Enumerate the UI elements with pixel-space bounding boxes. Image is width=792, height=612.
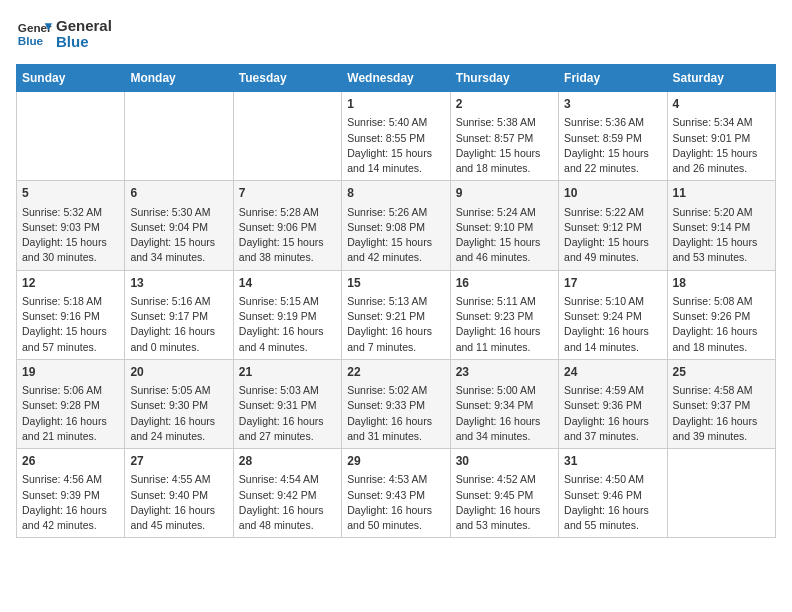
day-number: 20 (130, 364, 227, 381)
day-info: Sunrise: 4:53 AMSunset: 9:43 PMDaylight:… (347, 472, 444, 533)
calendar-cell: 22Sunrise: 5:02 AMSunset: 9:33 PMDayligh… (342, 359, 450, 448)
day-number: 24 (564, 364, 661, 381)
calendar-cell: 12Sunrise: 5:18 AMSunset: 9:16 PMDayligh… (17, 270, 125, 359)
calendar-cell: 7Sunrise: 5:28 AMSunset: 9:06 PMDaylight… (233, 181, 341, 270)
calendar-cell (17, 92, 125, 181)
day-number: 1 (347, 96, 444, 113)
day-number: 8 (347, 185, 444, 202)
day-info: Sunrise: 5:34 AMSunset: 9:01 PMDaylight:… (673, 115, 770, 176)
day-number: 4 (673, 96, 770, 113)
day-number: 7 (239, 185, 336, 202)
calendar-cell: 6Sunrise: 5:30 AMSunset: 9:04 PMDaylight… (125, 181, 233, 270)
calendar-cell: 28Sunrise: 4:54 AMSunset: 9:42 PMDayligh… (233, 449, 341, 538)
day-info: Sunrise: 5:06 AMSunset: 9:28 PMDaylight:… (22, 383, 119, 444)
logo-icon: General Blue (16, 16, 52, 52)
day-number: 29 (347, 453, 444, 470)
calendar-week-row: 1Sunrise: 5:40 AMSunset: 8:55 PMDaylight… (17, 92, 776, 181)
calendar-cell: 5Sunrise: 5:32 AMSunset: 9:03 PMDaylight… (17, 181, 125, 270)
calendar-cell: 31Sunrise: 4:50 AMSunset: 9:46 PMDayligh… (559, 449, 667, 538)
calendar-week-row: 12Sunrise: 5:18 AMSunset: 9:16 PMDayligh… (17, 270, 776, 359)
calendar-cell (667, 449, 775, 538)
day-info: Sunrise: 5:22 AMSunset: 9:12 PMDaylight:… (564, 205, 661, 266)
calendar-table: SundayMondayTuesdayWednesdayThursdayFrid… (16, 64, 776, 538)
logo-general: General (56, 18, 112, 35)
day-number: 21 (239, 364, 336, 381)
day-info: Sunrise: 4:52 AMSunset: 9:45 PMDaylight:… (456, 472, 553, 533)
calendar-cell: 10Sunrise: 5:22 AMSunset: 9:12 PMDayligh… (559, 181, 667, 270)
day-number: 12 (22, 275, 119, 292)
day-number: 14 (239, 275, 336, 292)
day-number: 5 (22, 185, 119, 202)
day-info: Sunrise: 4:56 AMSunset: 9:39 PMDaylight:… (22, 472, 119, 533)
calendar-cell: 29Sunrise: 4:53 AMSunset: 9:43 PMDayligh… (342, 449, 450, 538)
day-info: Sunrise: 4:55 AMSunset: 9:40 PMDaylight:… (130, 472, 227, 533)
day-number: 3 (564, 96, 661, 113)
day-info: Sunrise: 5:26 AMSunset: 9:08 PMDaylight:… (347, 205, 444, 266)
day-number: 11 (673, 185, 770, 202)
day-number: 6 (130, 185, 227, 202)
weekday-header-monday: Monday (125, 65, 233, 92)
calendar-cell: 24Sunrise: 4:59 AMSunset: 9:36 PMDayligh… (559, 359, 667, 448)
svg-text:General: General (18, 21, 52, 34)
day-number: 19 (22, 364, 119, 381)
day-number: 25 (673, 364, 770, 381)
day-info: Sunrise: 5:02 AMSunset: 9:33 PMDaylight:… (347, 383, 444, 444)
day-info: Sunrise: 4:59 AMSunset: 9:36 PMDaylight:… (564, 383, 661, 444)
weekday-header-friday: Friday (559, 65, 667, 92)
calendar-cell: 20Sunrise: 5:05 AMSunset: 9:30 PMDayligh… (125, 359, 233, 448)
day-info: Sunrise: 5:32 AMSunset: 9:03 PMDaylight:… (22, 205, 119, 266)
day-info: Sunrise: 5:24 AMSunset: 9:10 PMDaylight:… (456, 205, 553, 266)
day-info: Sunrise: 5:11 AMSunset: 9:23 PMDaylight:… (456, 294, 553, 355)
weekday-header-saturday: Saturday (667, 65, 775, 92)
day-number: 28 (239, 453, 336, 470)
day-info: Sunrise: 5:03 AMSunset: 9:31 PMDaylight:… (239, 383, 336, 444)
weekday-header-sunday: Sunday (17, 65, 125, 92)
calendar-week-row: 5Sunrise: 5:32 AMSunset: 9:03 PMDaylight… (17, 181, 776, 270)
calendar-cell: 25Sunrise: 4:58 AMSunset: 9:37 PMDayligh… (667, 359, 775, 448)
day-info: Sunrise: 5:38 AMSunset: 8:57 PMDaylight:… (456, 115, 553, 176)
svg-text:Blue: Blue (18, 34, 44, 47)
day-info: Sunrise: 4:54 AMSunset: 9:42 PMDaylight:… (239, 472, 336, 533)
calendar-week-row: 26Sunrise: 4:56 AMSunset: 9:39 PMDayligh… (17, 449, 776, 538)
day-info: Sunrise: 5:00 AMSunset: 9:34 PMDaylight:… (456, 383, 553, 444)
calendar-cell: 26Sunrise: 4:56 AMSunset: 9:39 PMDayligh… (17, 449, 125, 538)
day-info: Sunrise: 5:08 AMSunset: 9:26 PMDaylight:… (673, 294, 770, 355)
day-number: 13 (130, 275, 227, 292)
calendar-cell: 21Sunrise: 5:03 AMSunset: 9:31 PMDayligh… (233, 359, 341, 448)
calendar-cell: 17Sunrise: 5:10 AMSunset: 9:24 PMDayligh… (559, 270, 667, 359)
day-info: Sunrise: 5:36 AMSunset: 8:59 PMDaylight:… (564, 115, 661, 176)
calendar-cell: 16Sunrise: 5:11 AMSunset: 9:23 PMDayligh… (450, 270, 558, 359)
day-info: Sunrise: 4:50 AMSunset: 9:46 PMDaylight:… (564, 472, 661, 533)
calendar-cell: 3Sunrise: 5:36 AMSunset: 8:59 PMDaylight… (559, 92, 667, 181)
calendar-cell: 18Sunrise: 5:08 AMSunset: 9:26 PMDayligh… (667, 270, 775, 359)
day-number: 2 (456, 96, 553, 113)
calendar-cell (233, 92, 341, 181)
day-info: Sunrise: 5:16 AMSunset: 9:17 PMDaylight:… (130, 294, 227, 355)
day-number: 23 (456, 364, 553, 381)
weekday-header-tuesday: Tuesday (233, 65, 341, 92)
logo-blue: Blue (56, 34, 112, 51)
day-number: 9 (456, 185, 553, 202)
logo: General Blue General Blue (16, 16, 112, 52)
day-info: Sunrise: 5:15 AMSunset: 9:19 PMDaylight:… (239, 294, 336, 355)
page-header: General Blue General Blue (16, 16, 776, 52)
weekday-header-wednesday: Wednesday (342, 65, 450, 92)
calendar-cell: 14Sunrise: 5:15 AMSunset: 9:19 PMDayligh… (233, 270, 341, 359)
day-info: Sunrise: 5:30 AMSunset: 9:04 PMDaylight:… (130, 205, 227, 266)
day-number: 18 (673, 275, 770, 292)
day-info: Sunrise: 5:40 AMSunset: 8:55 PMDaylight:… (347, 115, 444, 176)
day-number: 31 (564, 453, 661, 470)
day-number: 15 (347, 275, 444, 292)
calendar-cell: 8Sunrise: 5:26 AMSunset: 9:08 PMDaylight… (342, 181, 450, 270)
calendar-cell: 4Sunrise: 5:34 AMSunset: 9:01 PMDaylight… (667, 92, 775, 181)
day-info: Sunrise: 5:05 AMSunset: 9:30 PMDaylight:… (130, 383, 227, 444)
day-info: Sunrise: 5:28 AMSunset: 9:06 PMDaylight:… (239, 205, 336, 266)
day-info: Sunrise: 4:58 AMSunset: 9:37 PMDaylight:… (673, 383, 770, 444)
calendar-cell (125, 92, 233, 181)
calendar-week-row: 19Sunrise: 5:06 AMSunset: 9:28 PMDayligh… (17, 359, 776, 448)
weekday-header-thursday: Thursday (450, 65, 558, 92)
day-number: 27 (130, 453, 227, 470)
calendar-cell: 27Sunrise: 4:55 AMSunset: 9:40 PMDayligh… (125, 449, 233, 538)
weekday-header-row: SundayMondayTuesdayWednesdayThursdayFrid… (17, 65, 776, 92)
calendar-cell: 19Sunrise: 5:06 AMSunset: 9:28 PMDayligh… (17, 359, 125, 448)
